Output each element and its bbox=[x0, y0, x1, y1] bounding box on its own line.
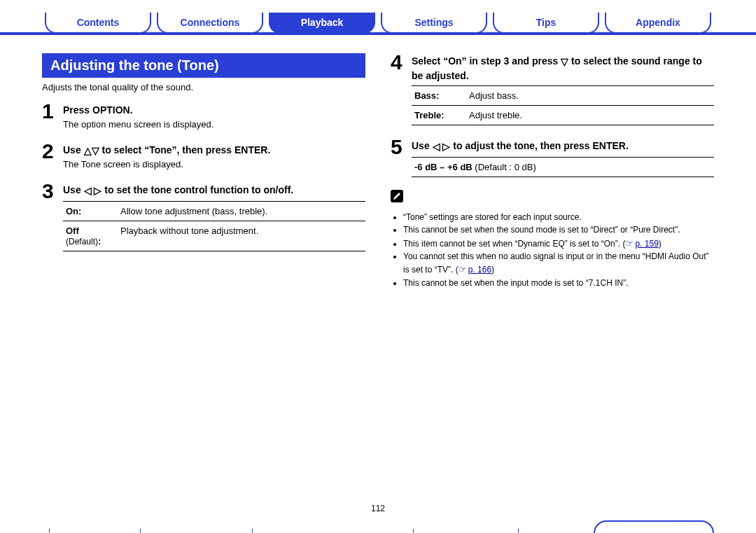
step-2: 2 Use △▽ to select “Tone”, then press EN… bbox=[42, 142, 365, 170]
step-head: Select “On” in step 3 and press ▽ to sel… bbox=[412, 55, 714, 83]
note-item: This cannot be set when the input mode i… bbox=[403, 277, 714, 289]
page-ref-link[interactable]: p. 166 bbox=[458, 265, 491, 275]
page-number: 112 bbox=[0, 504, 756, 513]
step-head-text: to adjust the tone, then press ENTER. bbox=[450, 140, 628, 151]
step-1: 1 Press OPTION. The option menu screen i… bbox=[42, 102, 365, 130]
tab-contents[interactable]: Contents bbox=[45, 13, 151, 34]
table-row: On: Allow tone adjustment (bass, treble)… bbox=[63, 201, 365, 221]
step-sub: The Tone screen is displayed. bbox=[63, 159, 365, 169]
tab-settings[interactable]: Settings bbox=[381, 13, 487, 34]
bass-val: Adjust bass. bbox=[466, 86, 714, 106]
step-head-text: Use bbox=[412, 140, 433, 151]
onoff-on-key: On: bbox=[63, 201, 118, 221]
note-text: This item cannot be set when “Dynamic EQ… bbox=[403, 239, 625, 249]
step-head-text: to set the tone control function to on/o… bbox=[102, 184, 293, 195]
tab-playback[interactable]: Playback bbox=[269, 13, 375, 34]
step-4: 4 Select “On” in step 3 and press ▽ to s… bbox=[391, 53, 714, 125]
treble-val: Adjust treble. bbox=[466, 106, 714, 125]
step-number: 2 bbox=[42, 141, 63, 162]
step-head-text: Select “On” in step 3 and press bbox=[412, 55, 561, 67]
note-text: ) bbox=[659, 239, 662, 249]
treble-key: Treble: bbox=[412, 106, 466, 125]
tab-tips[interactable]: Tips bbox=[493, 13, 599, 34]
step-head: Press OPTION. bbox=[63, 104, 365, 118]
step-head: Use ◁ ▷ to adjust the tone, then press E… bbox=[412, 139, 714, 154]
onoff-off-key: Off (Default): bbox=[63, 221, 118, 251]
updown-arrow-icon: △▽ bbox=[84, 144, 99, 158]
note-item: You cannot set this when no audio signal… bbox=[403, 251, 714, 276]
left-column: Adjusting the tone (Tone) Adjusts the to… bbox=[42, 53, 365, 290]
onoff-table: On: Allow tone adjustment (bass, treble)… bbox=[63, 201, 365, 251]
note-text: You cannot set this when no audio signal… bbox=[403, 251, 708, 274]
range-value: -6 dB – +6 dB bbox=[414, 162, 472, 172]
leftright-arrow-icon: ◁ ▷ bbox=[84, 184, 102, 198]
section-heading: Adjusting the tone (Tone) bbox=[42, 53, 365, 78]
step-head-text: Use bbox=[63, 144, 84, 155]
step-head-text: to select “Tone”, then press ENTER. bbox=[99, 144, 271, 155]
table-row: Treble: Adjust treble. bbox=[412, 106, 714, 125]
range-default: (Default : 0 dB) bbox=[472, 162, 536, 172]
off-label: Off bbox=[66, 226, 79, 236]
off-colon: : bbox=[98, 236, 101, 247]
note-text: ) bbox=[491, 265, 494, 275]
leftright-arrow-icon: ◁ ▷ bbox=[433, 140, 451, 154]
section-lead: Adjusts the tonal quality of the sound. bbox=[42, 82, 365, 92]
step-head-text: Use bbox=[63, 184, 84, 195]
top-nav: Contents Connections Playback Settings T… bbox=[42, 13, 714, 34]
step-number: 3 bbox=[42, 181, 63, 202]
bass-key: Bass: bbox=[412, 86, 466, 106]
bottom-ticks bbox=[0, 527, 756, 533]
off-default: (Default) bbox=[66, 237, 98, 247]
pencil-icon bbox=[391, 190, 403, 202]
step-number: 1 bbox=[42, 101, 63, 122]
step-sub: The option menu screen is displayed. bbox=[63, 119, 365, 130]
down-arrow-icon: ▽ bbox=[561, 55, 568, 69]
notes-block: “Tone” settings are stored for each inpu… bbox=[391, 190, 714, 289]
onoff-on-val: Allow tone adjustment (bass, treble). bbox=[118, 201, 365, 221]
step-head: Use ◁ ▷ to set the tone control function… bbox=[63, 184, 365, 198]
note-item: This cannot be set when the sound mode i… bbox=[403, 224, 714, 236]
table-row: -6 dB – +6 dB (Default : 0 dB) bbox=[412, 157, 714, 176]
note-item: “Tone” settings are stored for each inpu… bbox=[403, 212, 714, 223]
page-body: Adjusting the tone (Tone) Adjusts the to… bbox=[42, 53, 714, 290]
step-number: 5 bbox=[391, 137, 412, 158]
range-table: -6 dB – +6 dB (Default : 0 dB) bbox=[412, 157, 714, 177]
table-row: Off (Default): Playback without tone adj… bbox=[63, 221, 365, 251]
tab-connections[interactable]: Connections bbox=[157, 13, 263, 34]
page-ref-link[interactable]: p. 159 bbox=[625, 239, 658, 249]
step-3: 3 Use ◁ ▷ to set the tone control functi… bbox=[42, 182, 365, 251]
step-5: 5 Use ◁ ▷ to adjust the tone, then press… bbox=[391, 138, 714, 177]
step-number: 4 bbox=[391, 52, 412, 73]
tab-appendix[interactable]: Appendix bbox=[605, 13, 711, 34]
bass-treble-table: Bass: Adjust bass. Treble: Adjust treble… bbox=[412, 85, 714, 125]
table-row: Bass: Adjust bass. bbox=[412, 86, 714, 106]
note-item: This item cannot be set when “Dynamic EQ… bbox=[403, 237, 714, 251]
step-head: Use △▽ to select “Tone”, then press ENTE… bbox=[63, 144, 365, 158]
right-column: 4 Select “On” in step 3 and press ▽ to s… bbox=[391, 53, 714, 290]
onoff-off-val: Playback without tone adjustment. bbox=[118, 221, 365, 251]
